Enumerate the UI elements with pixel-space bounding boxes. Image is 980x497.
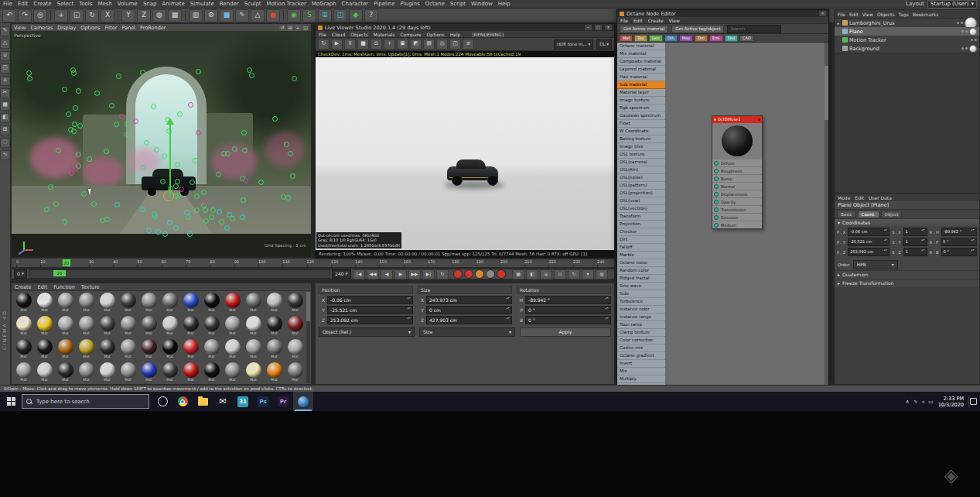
visibility-dot[interactable]: [961, 47, 964, 50]
rotate-tool-icon[interactable]: ↻: [85, 9, 99, 22]
field-spinner[interactable]: ▴▾: [883, 248, 888, 255]
node-type-item[interactable]: OSL(camera): [617, 159, 665, 166]
attribute-value-field[interactable]: -89.942 °▴▾: [941, 228, 977, 236]
axis-gizmo-ring[interactable]: [163, 190, 174, 201]
menu-mograph[interactable]: MoGraph: [312, 1, 336, 7]
object-manager-menu-tags[interactable]: Tags: [899, 12, 909, 17]
object-row-motion-tracker[interactable]: Motion Tracker: [835, 36, 979, 44]
category-filter-oth[interactable]: Oth: [664, 35, 678, 42]
node-type-item[interactable]: OSL(noise): [617, 174, 665, 182]
viewport-canvas[interactable]: Perspective Grid Spacing : 1 cm: [12, 31, 311, 257]
plugin-window-icon[interactable]: ◫: [333, 9, 347, 22]
camera-pick-icon[interactable]: ⊙: [370, 39, 382, 50]
material-swatch[interactable]: Mat: [138, 292, 159, 315]
menu-create[interactable]: Create: [33, 1, 51, 7]
port-connector-icon[interactable]: [714, 207, 719, 212]
material-swatch[interactable]: Mat: [138, 315, 159, 338]
expand-icon[interactable]: ▸: [836, 21, 841, 26]
visibility-dot[interactable]: [961, 22, 963, 24]
port-connector-icon[interactable]: [714, 177, 719, 181]
live-viewer-menu-objects[interactable]: Objects: [350, 32, 368, 37]
viewport-menu-panel[interactable]: Panel: [122, 25, 136, 31]
alpha-channel-icon[interactable]: ◩: [410, 39, 422, 50]
node-port-transmission[interactable]: Transmission: [712, 205, 762, 213]
node-type-item[interactable]: Composite material: [617, 58, 665, 66]
node-type-item[interactable]: Octane noise: [617, 259, 665, 267]
material-swatch[interactable]: Mat: [285, 315, 306, 338]
node-type-item[interactable]: Dirt: [617, 236, 665, 244]
clay-mode-icon[interactable]: ◎: [436, 39, 448, 50]
object-manager-menu-bookmarks[interactable]: Bookmarks: [913, 12, 939, 17]
material-swatch[interactable]: Mat: [285, 362, 306, 385]
node-search-input[interactable]: [727, 25, 781, 33]
node-type-item[interactable]: Material layer: [617, 89, 665, 97]
node-type-item[interactable]: Layered material: [617, 66, 665, 74]
viewport-layout-icon[interactable]: ⊞: [287, 25, 293, 31]
material-swatch[interactable]: Mat: [201, 292, 222, 315]
attribute-value-field[interactable]: -0.06 cm▴▾: [848, 228, 890, 236]
octdiffuse-node[interactable]: OctDiffuse1 DiffuseRoughnessBumpNormalDi…: [712, 115, 763, 229]
node-titlebar[interactable]: OctDiffuse1: [712, 116, 762, 123]
node-type-item[interactable]: Checker: [617, 228, 665, 236]
action-center-button[interactable]: [968, 396, 977, 407]
menu-volume[interactable]: Volume: [118, 1, 138, 7]
material-swatch[interactable]: Mat: [285, 338, 306, 362]
menu-more-icon[interactable]: ≡: [463, 39, 474, 50]
prev-frame-button[interactable]: ◀: [381, 269, 393, 279]
object-manager-menu-edit[interactable]: Edit: [849, 12, 859, 17]
node-editor-menu-create[interactable]: Create: [648, 18, 664, 23]
menu-pipeline[interactable]: Pipeline: [374, 1, 394, 7]
help-icon[interactable]: ?: [364, 9, 378, 22]
node-editor-menu-file[interactable]: File: [620, 18, 628, 23]
record-scale-toggle[interactable]: [486, 269, 495, 279]
viewport-pan-icon[interactable]: +: [295, 25, 301, 31]
menu-file[interactable]: File: [3, 1, 12, 7]
node-type-item[interactable]: Baking texture: [617, 135, 665, 143]
viewport-menu-cameras[interactable]: Cameras: [30, 25, 53, 31]
calendar-icon[interactable]: 31: [233, 392, 253, 411]
material-swatch[interactable]: Mat: [222, 315, 243, 338]
node-type-item[interactable]: Ridged fractal: [617, 275, 665, 283]
tray-battery-icon[interactable]: ▭: [928, 399, 934, 405]
scale-tool-icon[interactable]: ◱: [70, 9, 84, 22]
attribute-value-field[interactable]: 0 °▴▾: [941, 238, 977, 246]
material-swatch[interactable]: Mat: [222, 362, 243, 385]
motion-system-icon[interactable]: ≡: [540, 269, 552, 279]
material-swatch[interactable]: Mat: [55, 338, 76, 362]
node-editor-titlebar[interactable]: Octane Node Editor ✕: [617, 10, 828, 17]
undo-icon[interactable]: ↶: [2, 9, 16, 22]
material-swatch[interactable]: Mat: [118, 315, 138, 338]
pla-icon[interactable]: ◧: [526, 269, 538, 279]
node-editor-menu-edit[interactable]: Edit: [633, 18, 643, 23]
viewport-maximize-icon[interactable]: ◱: [302, 25, 309, 31]
node-type-item[interactable]: Hair material: [617, 74, 665, 81]
axis-y-lock-icon[interactable]: Y: [121, 9, 135, 22]
material-swatch[interactable]: Mat: [138, 338, 159, 362]
keyframe-selection-icon[interactable]: ▦: [512, 269, 524, 279]
octane-live-render-icon[interactable]: ◉: [287, 9, 301, 22]
material-swatch[interactable]: Mat: [180, 292, 201, 315]
axis-gizmo-y[interactable]: [169, 124, 171, 198]
menu-help[interactable]: Help: [498, 1, 510, 7]
node-graph-canvas[interactable]: OctDiffuse1 DiffuseRoughnessBumpNormalDi…: [665, 43, 828, 386]
freeze-transformation-fold[interactable]: ▸Freeze Transformation: [835, 279, 979, 287]
axis-z-lock-icon[interactable]: Z: [137, 9, 151, 22]
node-close-icon[interactable]: [758, 118, 760, 121]
port-connector-icon[interactable]: [714, 184, 719, 189]
node-type-item[interactable]: Clamp texture: [617, 329, 665, 337]
maximize-button[interactable]: ▢: [595, 25, 602, 30]
record-icon[interactable]: ●: [266, 9, 280, 22]
edge-mode-icon[interactable]: ◧: [0, 113, 10, 123]
material-swatch[interactable]: Mat: [13, 362, 34, 385]
node-type-item[interactable]: OSL(uvw): [617, 197, 665, 205]
c4d-icon[interactable]: [293, 392, 313, 411]
play-button[interactable]: ▶: [394, 269, 407, 279]
category-filter-map[interactable]: Map: [679, 35, 694, 42]
material-swatch[interactable]: Mat: [159, 292, 180, 315]
category-filter-gen[interactable]: Gen: [649, 35, 663, 42]
loop-button[interactable]: ↻: [436, 269, 449, 279]
field-spinner[interactable]: ▴▾: [406, 296, 411, 303]
team-render-icon[interactable]: ⊞: [318, 9, 332, 22]
object-manager-menu-view[interactable]: View: [862, 12, 873, 17]
material-swatch[interactable]: Mat: [243, 362, 264, 385]
